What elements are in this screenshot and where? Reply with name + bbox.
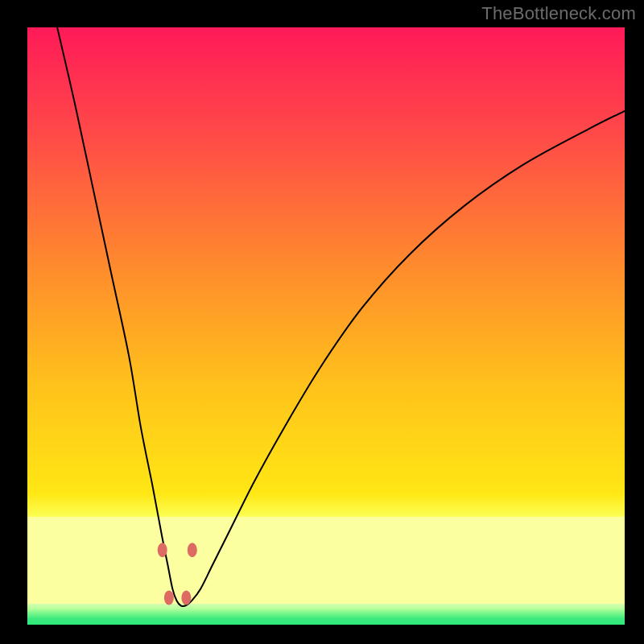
gradient-background <box>27 27 625 625</box>
chart-frame: TheBottleneck.com <box>0 0 644 644</box>
watermark-text: TheBottleneck.com <box>481 3 636 24</box>
rim-marker <box>158 543 167 557</box>
rim-marker <box>188 543 197 557</box>
plot-area <box>27 27 625 625</box>
rim-marker <box>164 591 174 605</box>
plot-svg <box>27 27 625 625</box>
rim-marker <box>181 591 191 605</box>
